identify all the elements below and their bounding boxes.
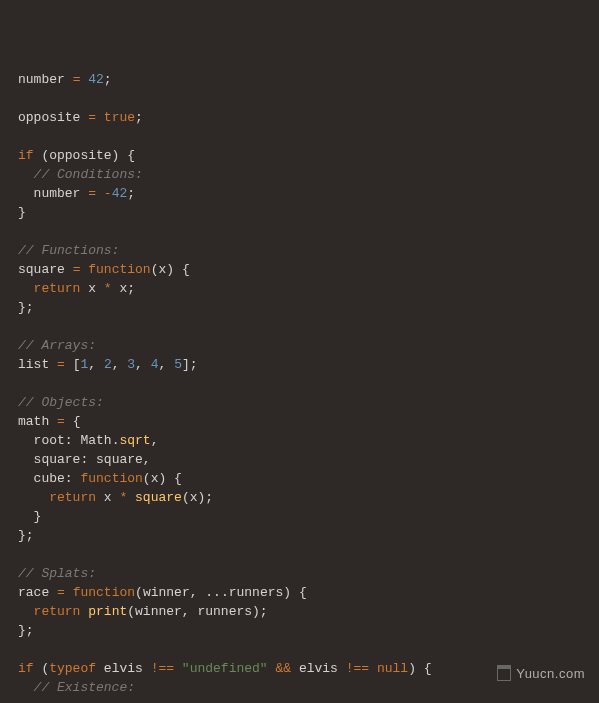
code-token: number — [18, 72, 65, 87]
code-token: print — [88, 604, 127, 619]
code-token: list — [18, 357, 49, 372]
code-token — [18, 490, 49, 505]
code-token: return — [34, 281, 81, 296]
code-token — [268, 661, 276, 676]
code-token: winner — [143, 585, 190, 600]
code-token — [369, 661, 377, 676]
code-token: - — [104, 186, 112, 201]
code-token: * — [104, 281, 112, 296]
code-token: number — [18, 186, 88, 201]
code-token: 4 — [151, 357, 159, 372]
code-token: 5 — [174, 357, 182, 372]
code-token: ; — [127, 186, 135, 201]
code-token — [174, 661, 182, 676]
code-token: elvis — [291, 661, 346, 676]
code-token: typeof — [49, 661, 96, 676]
code-token: = — [88, 110, 96, 125]
code-token — [18, 433, 34, 448]
code-token: // Conditions: — [34, 167, 143, 182]
code-token: ( — [143, 471, 151, 486]
code-token: , — [112, 357, 128, 372]
code-token: 2 — [104, 357, 112, 372]
code-token — [65, 585, 73, 600]
code-token: ; — [135, 110, 143, 125]
code-token: ( — [34, 661, 50, 676]
code-token: square — [135, 490, 182, 505]
code-token: return — [49, 490, 96, 505]
code-token: ; — [104, 72, 112, 87]
code-token: "undefined" — [182, 661, 268, 676]
code-token: ) { — [408, 661, 431, 676]
code-token: : Math. — [65, 433, 120, 448]
code-token: square — [18, 262, 65, 277]
code-token: return — [34, 604, 81, 619]
code-token: }; — [18, 300, 34, 315]
code-token: sqrt — [119, 433, 150, 448]
code-token: }; — [18, 623, 34, 638]
code-token — [49, 414, 57, 429]
code-token: : — [65, 471, 81, 486]
code-token: ]; — [182, 357, 198, 372]
code-token: 3 — [127, 357, 135, 372]
code-token: ) { — [166, 262, 189, 277]
code-token: , — [88, 357, 104, 372]
code-token: , — [135, 357, 151, 372]
code-token: (winner, runners); — [127, 604, 267, 619]
code-token: = — [57, 585, 65, 600]
code-token — [127, 490, 135, 505]
code-token: , — [151, 433, 159, 448]
code-token: , ... — [190, 585, 229, 600]
code-token: }; — [18, 528, 34, 543]
code-token: opposite — [18, 110, 80, 125]
code-token — [18, 452, 34, 467]
code-block: number = 42; opposite = true; if (opposi… — [0, 0, 599, 697]
code-token: // Objects: — [18, 395, 104, 410]
code-token: !== — [346, 661, 369, 676]
code-token: !== — [151, 661, 174, 676]
code-token: true — [104, 110, 135, 125]
code-token — [96, 110, 104, 125]
code-token: function — [73, 585, 135, 600]
code-token: if — [18, 661, 34, 676]
code-token: , — [159, 357, 175, 372]
code-token: elvis — [96, 661, 151, 676]
code-token — [18, 471, 34, 486]
code-token: ( — [135, 585, 143, 600]
watermark-text: Yuucn.com — [516, 664, 585, 683]
watermark-icon — [497, 665, 511, 681]
code-token — [49, 585, 57, 600]
code-token: (opposite) { — [34, 148, 135, 163]
code-token: 42 — [88, 72, 104, 87]
code-token: (x); — [182, 490, 213, 505]
code-token: : square, — [80, 452, 150, 467]
code-token: cube — [34, 471, 65, 486]
code-token: = — [57, 414, 65, 429]
code-token: function — [80, 471, 142, 486]
code-token: ) { — [158, 471, 181, 486]
code-token: = — [57, 357, 65, 372]
code-token — [18, 680, 34, 695]
code-token: { — [65, 414, 81, 429]
code-token — [65, 262, 73, 277]
code-token: runners — [229, 585, 284, 600]
code-token: math — [18, 414, 49, 429]
code-token: 42 — [112, 186, 128, 201]
code-token: race — [18, 585, 49, 600]
code-token: function — [88, 262, 150, 277]
code-token: // Functions: — [18, 243, 119, 258]
code-token: x — [80, 281, 103, 296]
code-token — [96, 186, 104, 201]
code-token — [49, 357, 57, 372]
code-token: x — [96, 490, 119, 505]
code-token: } — [18, 509, 41, 524]
code-token: // Arrays: — [18, 338, 96, 353]
code-token: square — [34, 452, 81, 467]
code-token: } — [18, 205, 26, 220]
code-token: if — [18, 148, 34, 163]
code-token — [65, 72, 73, 87]
code-token: // Splats: — [18, 566, 96, 581]
code-token — [18, 167, 34, 182]
code-token: x; — [112, 281, 135, 296]
code-token: = — [88, 186, 96, 201]
code-token: root — [34, 433, 65, 448]
